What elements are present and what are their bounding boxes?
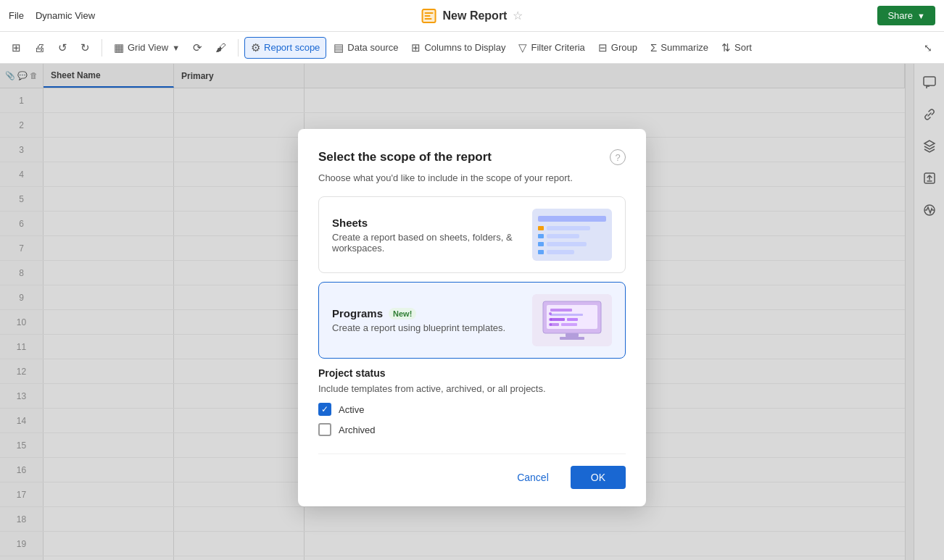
svg-rect-28	[561, 323, 577, 326]
sheets-option-text: Sheets Create a report based on sheets, …	[332, 217, 521, 254]
group-label: Group	[611, 42, 637, 53]
svg-rect-25	[550, 318, 565, 321]
header-left: File Dynamic View	[9, 10, 95, 21]
print-button[interactable]: 🖨	[28, 38, 51, 57]
sheets-illustration	[532, 209, 612, 261]
undo-button[interactable]: ↺	[52, 38, 73, 58]
svg-rect-10	[538, 226, 544, 230]
print-icon: 🖨	[34, 41, 45, 54]
svg-rect-2	[425, 12, 434, 14]
active-checkbox[interactable]: ✓	[318, 403, 331, 416]
main-content: 📎 💬 🗑 Sheet Name Primary 1 2	[0, 64, 944, 560]
header-right: Share ▼	[877, 6, 935, 25]
toolbar-sep-1	[102, 39, 102, 57]
sheets-option-name: Sheets	[332, 217, 521, 229]
svg-point-29	[549, 312, 552, 315]
modal-overlay: Select the scope of the report ? Choose …	[0, 64, 944, 560]
share-label: Share	[887, 10, 913, 21]
summarize-label: Summarize	[661, 42, 708, 53]
summarize-icon: Σ	[650, 41, 657, 54]
programs-illustration	[532, 294, 612, 346]
svg-rect-15	[547, 242, 587, 246]
header-center: New Report ☆	[421, 8, 523, 24]
toolbar-sep-2	[238, 39, 239, 57]
archived-label: Archived	[339, 425, 376, 435]
columns-display-button[interactable]: ⊞ Columns to Display	[405, 38, 511, 58]
dynamic-view-menu[interactable]: Dynamic View	[36, 10, 95, 21]
redo-button[interactable]: ↻	[75, 38, 96, 58]
active-checkbox-row: ✓ Active	[318, 403, 626, 416]
redo-icon: ↻	[80, 41, 90, 54]
svg-rect-23	[550, 309, 572, 312]
svg-rect-26	[567, 318, 578, 321]
svg-rect-24	[550, 314, 583, 316]
sort-button[interactable]: ⇅ Sort	[716, 38, 758, 58]
columns-display-label: Columns to Display	[424, 42, 505, 53]
active-label: Active	[339, 404, 364, 415]
grid-view-chevron: ▼	[172, 43, 180, 52]
refresh-button[interactable]: ⟳	[187, 38, 208, 58]
svg-point-31	[549, 323, 552, 326]
favorite-icon[interactable]: ☆	[513, 9, 523, 22]
project-status-title: Project status	[318, 367, 626, 379]
svg-rect-16	[538, 250, 544, 254]
archived-checkbox[interactable]	[318, 423, 331, 436]
svg-point-30	[549, 318, 552, 321]
report-scope-label: Report scope	[264, 42, 320, 53]
sort-label: Sort	[734, 42, 752, 53]
summarize-button[interactable]: Σ Summarize	[645, 38, 714, 57]
project-status-desc: Include templates from active, archived,…	[318, 383, 626, 394]
grid-icon-button[interactable]: ⊞	[6, 38, 27, 58]
svg-rect-14	[538, 242, 544, 246]
expand-button[interactable]: ⤡	[918, 38, 938, 57]
grid-view-icon: ⊞	[12, 41, 21, 54]
columns-icon: ⊞	[411, 41, 421, 54]
svg-rect-17	[547, 250, 574, 254]
modal-subtitle: Choose what you'd like to include in the…	[318, 172, 626, 183]
report-scope-modal: Select the scope of the report ? Choose …	[298, 129, 646, 506]
grid-view-button[interactable]: ▦ Grid View ▼	[108, 38, 186, 58]
report-scope-icon: ⚙	[251, 41, 260, 54]
filter-criteria-label: Filter Criteria	[531, 42, 584, 53]
modal-title: Select the scope of the report	[318, 150, 492, 164]
expand-icon: ⤡	[924, 42, 932, 54]
ok-button[interactable]: OK	[571, 466, 626, 489]
share-button[interactable]: Share ▼	[877, 6, 935, 25]
svg-rect-21	[566, 333, 579, 337]
undo-icon: ↺	[58, 41, 67, 54]
page-title: New Report	[443, 9, 508, 22]
new-badge: New!	[389, 308, 416, 319]
svg-rect-4	[425, 18, 432, 20]
filter-icon: ▽	[518, 41, 527, 54]
svg-rect-12	[538, 234, 544, 238]
group-button[interactable]: ⊟ Group	[592, 38, 643, 58]
data-source-button[interactable]: ▤ Data source	[328, 38, 404, 58]
programs-option-card[interactable]: Programs New! Create a report using blue…	[318, 282, 626, 359]
svg-rect-11	[547, 226, 590, 230]
data-source-icon: ▤	[334, 41, 344, 54]
group-icon: ⊟	[598, 41, 608, 54]
data-source-label: Data source	[347, 42, 398, 53]
filter-criteria-button[interactable]: ▽ Filter Criteria	[513, 38, 590, 58]
report-icon	[421, 8, 437, 24]
programs-option-desc: Create a report using blueprint template…	[332, 322, 521, 333]
file-menu[interactable]: File	[9, 10, 24, 21]
active-check-icon: ✓	[321, 404, 328, 414]
share-chevron-icon: ▼	[917, 12, 925, 20]
paint-button[interactable]: 🖌	[210, 38, 232, 57]
project-status-section: Project status Include templates from ac…	[318, 367, 626, 436]
archived-checkbox-row: Archived	[318, 423, 626, 436]
report-scope-button[interactable]: ⚙ Report scope	[244, 37, 326, 59]
programs-option-text: Programs New! Create a report using blue…	[332, 307, 521, 333]
sheets-option-desc: Create a report based on sheets, folders…	[332, 232, 521, 254]
svg-rect-13	[547, 234, 579, 238]
toolbar: ⊞ 🖨 ↺ ↻ ▦ Grid View ▼ ⟳ 🖌 ⚙ Report scope…	[0, 32, 944, 64]
grid-view-label: Grid View	[128, 42, 168, 53]
cancel-button[interactable]: Cancel	[502, 466, 563, 489]
paint-icon: 🖌	[215, 41, 226, 54]
sheets-option-card[interactable]: Sheets Create a report based on sheets, …	[318, 196, 626, 273]
svg-rect-22	[560, 337, 584, 340]
help-icon[interactable]: ?	[610, 149, 626, 165]
refresh-icon: ⟳	[193, 41, 202, 54]
grid-view-icon-2: ▦	[114, 41, 124, 54]
